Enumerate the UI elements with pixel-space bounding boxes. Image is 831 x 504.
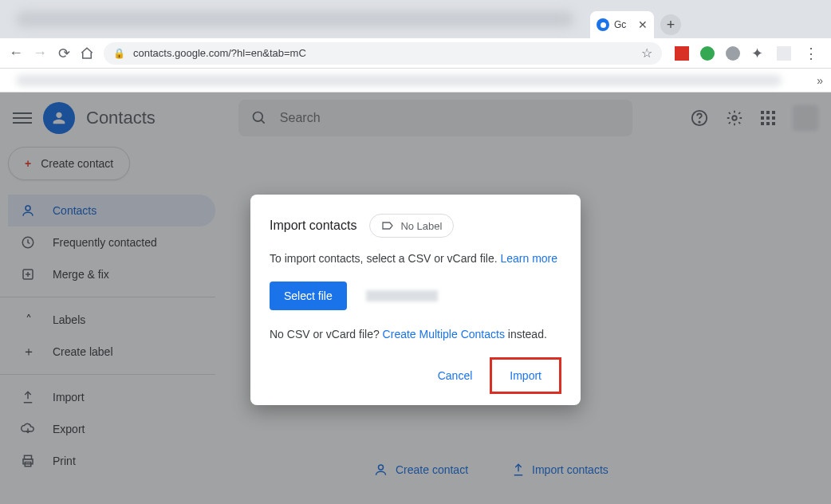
forward-icon: → [32,45,48,61]
back-icon[interactable]: ← [8,45,24,61]
new-tab-button[interactable]: + [660,14,681,35]
import-highlight-box: Import [490,357,561,394]
chip-label: No Label [400,220,442,232]
import-button[interactable]: Import [495,361,556,390]
browser-menu-icon[interactable]: ⋮ [799,45,823,62]
reload-icon[interactable]: ⟳ [56,45,72,62]
other-tabs-blurred [16,11,574,27]
tab-strip: Gc ✕ + [0,0,831,38]
cancel-button[interactable]: Cancel [423,357,487,394]
extension-icon[interactable] [777,46,791,61]
bookmarks-overflow-icon[interactable]: » [817,74,823,87]
tab-favicon [597,18,609,31]
url-text: contacts.google.com/?hl=en&tab=mC [133,47,306,59]
label-icon [381,219,394,232]
select-file-button[interactable]: Select file [270,282,347,310]
extension-icon[interactable] [675,46,689,61]
omnibox[interactable]: 🔒 contacts.google.com/?hl=en&tab=mC ☆ [104,42,662,65]
extension-icon[interactable] [700,46,715,61]
dialog-title: Import contacts [270,219,356,233]
bookmarks-bar: » [0,69,831,93]
learn-more-link[interactable]: Learn more [500,252,557,265]
tab-title: Gc [614,19,626,30]
no-label-chip[interactable]: No Label [369,214,454,238]
active-tab[interactable]: Gc ✕ [590,11,654,38]
bookmarks-blurred [16,75,782,86]
lock-icon: 🔒 [113,48,125,59]
extension-icons: ✦ [670,46,791,61]
tab-close-icon[interactable]: ✕ [638,18,648,31]
dialog-alt-text: No CSV or vCard file? Create Multiple Co… [270,326,561,343]
import-contacts-dialog: Import contacts No Label To import conta… [250,195,581,405]
home-icon[interactable] [80,46,96,61]
dialog-instructions: To import contacts, select a CSV or vCar… [270,250,561,267]
selected-file-name [366,290,438,301]
address-bar: ← → ⟳ 🔒 contacts.google.com/?hl=en&tab=m… [0,38,831,69]
create-multiple-link[interactable]: Create Multiple Contacts [383,328,505,341]
extensions-menu-icon[interactable]: ✦ [751,46,766,61]
bookmark-star-icon[interactable]: ☆ [641,45,652,61]
extension-icon[interactable] [726,46,740,61]
